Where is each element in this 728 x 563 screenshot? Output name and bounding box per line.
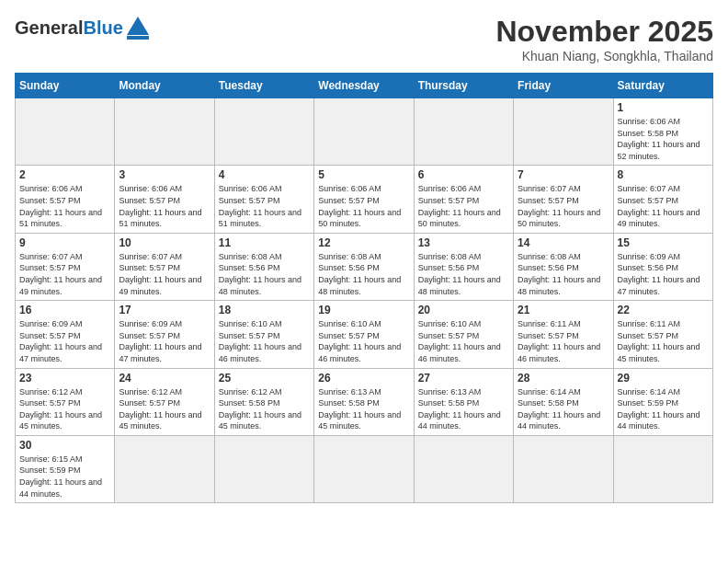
header-thursday: Thursday [414, 74, 513, 98]
day-info: Sunrise: 6:08 AMSunset: 5:56 PMDaylight:… [219, 251, 310, 297]
day-info: Sunrise: 6:07 AMSunset: 5:57 PMDaylight:… [518, 183, 609, 229]
day-info: Sunrise: 6:14 AMSunset: 5:58 PMDaylight:… [518, 386, 609, 432]
day-number: 28 [518, 372, 609, 385]
day-info: Sunrise: 6:11 AMSunset: 5:57 PMDaylight:… [618, 318, 709, 364]
calendar-cell: 23Sunrise: 6:12 AMSunset: 5:57 PMDayligh… [16, 368, 115, 435]
day-info: Sunrise: 6:08 AMSunset: 5:56 PMDaylight:… [418, 251, 509, 297]
calendar-cell: 9Sunrise: 6:07 AMSunset: 5:57 PMDaylight… [16, 233, 115, 300]
day-number: 8 [618, 168, 709, 181]
calendar-row-5: 23Sunrise: 6:12 AMSunset: 5:57 PMDayligh… [16, 368, 713, 435]
calendar-cell: 5Sunrise: 6:06 AMSunset: 5:57 PMDaylight… [314, 166, 414, 233]
day-info: Sunrise: 6:07 AMSunset: 5:57 PMDaylight:… [618, 183, 709, 229]
day-number: 25 [219, 372, 310, 385]
calendar-cell: 15Sunrise: 6:09 AMSunset: 5:56 PMDayligh… [613, 233, 712, 300]
calendar-cell: 24Sunrise: 6:12 AMSunset: 5:57 PMDayligh… [115, 368, 214, 435]
day-info: Sunrise: 6:10 AMSunset: 5:57 PMDaylight:… [418, 318, 509, 364]
header-tuesday: Tuesday [214, 74, 313, 98]
calendar-cell [514, 98, 613, 166]
day-info: Sunrise: 6:09 AMSunset: 5:57 PMDaylight:… [19, 318, 110, 364]
calendar-cell: 11Sunrise: 6:08 AMSunset: 5:56 PMDayligh… [214, 233, 313, 300]
day-number: 18 [219, 304, 310, 316]
day-number: 26 [318, 372, 409, 385]
day-number: 15 [618, 236, 709, 249]
calendar-cell: 18Sunrise: 6:10 AMSunset: 5:57 PMDayligh… [214, 301, 313, 368]
day-info: Sunrise: 6:06 AMSunset: 5:57 PMDaylight:… [318, 183, 409, 229]
day-info: Sunrise: 6:13 AMSunset: 5:58 PMDaylight:… [418, 386, 509, 432]
calendar-cell: 29Sunrise: 6:14 AMSunset: 5:59 PMDayligh… [613, 368, 712, 435]
day-number: 2 [19, 168, 110, 181]
day-info: Sunrise: 6:06 AMSunset: 5:58 PMDaylight:… [618, 116, 709, 162]
month-title: November 2025 [495, 15, 713, 49]
day-number: 21 [518, 304, 609, 316]
day-number: 24 [119, 372, 210, 385]
day-info: Sunrise: 6:12 AMSunset: 5:58 PMDaylight:… [219, 386, 310, 432]
day-info: Sunrise: 6:12 AMSunset: 5:57 PMDaylight:… [119, 386, 210, 432]
calendar-cell: 1Sunrise: 6:06 AMSunset: 5:58 PMDaylight… [613, 98, 712, 166]
logo: GeneralBlue [15, 15, 151, 40]
day-number: 30 [19, 439, 110, 452]
day-info: Sunrise: 6:12 AMSunset: 5:57 PMDaylight:… [19, 386, 110, 432]
calendar-cell [214, 98, 313, 166]
title-block: November 2025 Khuan Niang, Songkhla, Tha… [495, 15, 713, 63]
day-number: 14 [518, 236, 609, 249]
calendar-cell: 2Sunrise: 6:06 AMSunset: 5:57 PMDaylight… [16, 166, 115, 233]
day-info: Sunrise: 6:14 AMSunset: 5:59 PMDaylight:… [618, 386, 709, 432]
calendar-cell: 25Sunrise: 6:12 AMSunset: 5:58 PMDayligh… [214, 368, 313, 435]
day-number: 17 [119, 304, 210, 316]
page-header: GeneralBlue November 2025 Khuan Niang, S… [15, 15, 713, 63]
calendar-row-3: 9Sunrise: 6:07 AMSunset: 5:57 PMDaylight… [16, 233, 713, 300]
calendar-cell [16, 98, 115, 166]
logo-text: GeneralBlue [15, 18, 123, 37]
day-number: 29 [618, 372, 709, 385]
calendar-row-6: 30Sunrise: 6:15 AMSunset: 5:59 PMDayligh… [16, 435, 713, 502]
calendar-cell: 14Sunrise: 6:08 AMSunset: 5:56 PMDayligh… [514, 233, 613, 300]
day-info: Sunrise: 6:06 AMSunset: 5:57 PMDaylight:… [219, 183, 310, 229]
day-number: 27 [418, 372, 509, 385]
calendar-cell: 10Sunrise: 6:07 AMSunset: 5:57 PMDayligh… [115, 233, 214, 300]
day-info: Sunrise: 6:07 AMSunset: 5:57 PMDaylight:… [119, 251, 210, 297]
calendar-cell: 28Sunrise: 6:14 AMSunset: 5:58 PMDayligh… [514, 368, 613, 435]
calendar-cell [613, 435, 712, 502]
calendar-cell: 21Sunrise: 6:11 AMSunset: 5:57 PMDayligh… [514, 301, 613, 368]
day-info: Sunrise: 6:06 AMSunset: 5:57 PMDaylight:… [19, 183, 110, 229]
day-info: Sunrise: 6:06 AMSunset: 5:57 PMDaylight:… [418, 183, 509, 229]
day-info: Sunrise: 6:15 AMSunset: 5:59 PMDaylight:… [19, 454, 110, 500]
calendar-cell [314, 435, 414, 502]
day-number: 3 [119, 168, 210, 181]
day-info: Sunrise: 6:10 AMSunset: 5:57 PMDaylight:… [318, 318, 409, 364]
calendar-cell [214, 435, 313, 502]
day-number: 22 [618, 304, 709, 316]
day-info: Sunrise: 6:08 AMSunset: 5:56 PMDaylight:… [518, 251, 609, 297]
calendar-cell [414, 98, 513, 166]
calendar-cell: 17Sunrise: 6:09 AMSunset: 5:57 PMDayligh… [115, 301, 214, 368]
day-number: 1 [618, 101, 709, 114]
weekday-header-row: Sunday Monday Tuesday Wednesday Thursday… [16, 74, 713, 98]
calendar-cell: 20Sunrise: 6:10 AMSunset: 5:57 PMDayligh… [414, 301, 513, 368]
day-info: Sunrise: 6:11 AMSunset: 5:57 PMDaylight:… [518, 318, 609, 364]
day-number: 7 [518, 168, 609, 181]
day-info: Sunrise: 6:13 AMSunset: 5:58 PMDaylight:… [318, 386, 409, 432]
calendar-row-1: 1Sunrise: 6:06 AMSunset: 5:58 PMDaylight… [16, 98, 713, 166]
day-number: 5 [318, 168, 409, 181]
calendar-cell [314, 98, 414, 166]
header-sunday: Sunday [16, 74, 115, 98]
day-number: 12 [318, 236, 409, 249]
day-info: Sunrise: 6:07 AMSunset: 5:57 PMDaylight:… [19, 251, 110, 297]
calendar-cell: 26Sunrise: 6:13 AMSunset: 5:58 PMDayligh… [314, 368, 414, 435]
day-number: 6 [418, 168, 509, 181]
day-number: 9 [19, 236, 110, 249]
calendar-cell: 3Sunrise: 6:06 AMSunset: 5:57 PMDaylight… [115, 166, 214, 233]
calendar-cell [514, 435, 613, 502]
header-friday: Friday [514, 74, 613, 98]
svg-rect-1 [127, 36, 149, 40]
calendar-row-2: 2Sunrise: 6:06 AMSunset: 5:57 PMDaylight… [16, 166, 713, 233]
day-info: Sunrise: 6:09 AMSunset: 5:56 PMDaylight:… [618, 251, 709, 297]
day-info: Sunrise: 6:09 AMSunset: 5:57 PMDaylight:… [119, 318, 210, 364]
header-monday: Monday [115, 74, 214, 98]
header-saturday: Saturday [613, 74, 712, 98]
calendar-table: Sunday Monday Tuesday Wednesday Thursday… [15, 73, 713, 503]
calendar-cell: 16Sunrise: 6:09 AMSunset: 5:57 PMDayligh… [16, 301, 115, 368]
calendar-cell [115, 98, 214, 166]
calendar-row-4: 16Sunrise: 6:09 AMSunset: 5:57 PMDayligh… [16, 301, 713, 368]
day-info: Sunrise: 6:08 AMSunset: 5:56 PMDaylight:… [318, 251, 409, 297]
